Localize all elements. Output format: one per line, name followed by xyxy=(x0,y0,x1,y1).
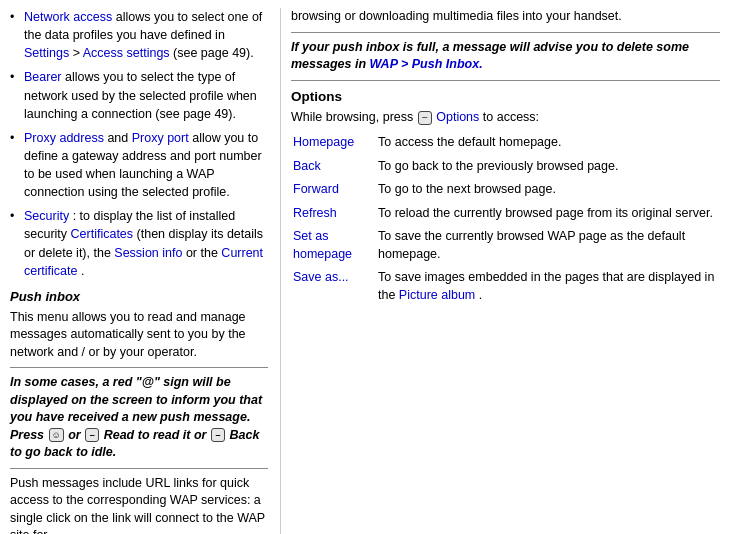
option-row-homepage: Homepage To access the default homepage. xyxy=(291,132,720,156)
option-label-refresh: Refresh xyxy=(291,203,376,227)
session-info-link[interactable]: Session info xyxy=(114,246,182,260)
option-desc-back: To go back to the previously browsed pag… xyxy=(376,156,720,180)
option-row-forward: Forward To go to the next browsed page. xyxy=(291,179,720,203)
push-url-note: Push messages include URL links for quic… xyxy=(10,475,268,534)
option-desc-set-homepage: To save the currently browsed WAP page a… xyxy=(376,226,720,267)
bullet-dot-2: • xyxy=(10,68,22,122)
options-intro: While browsing, press – Options to acces… xyxy=(291,108,720,126)
settings-link[interactable]: Settings xyxy=(24,46,69,60)
option-desc-save-as: To save images embedded in the pages tha… xyxy=(376,267,720,308)
bearer-text: Bearer allows you to select the type of … xyxy=(24,68,268,122)
options-table: Homepage To access the default homepage.… xyxy=(291,132,720,308)
option-label-homepage: Homepage xyxy=(291,132,376,156)
option-desc-homepage: To access the default homepage. xyxy=(376,132,720,156)
key-icon-dash2: – xyxy=(211,428,225,442)
proxy-text: Proxy address and Proxy port allow you t… xyxy=(24,129,268,202)
network-access-text: Network access allows you to select one … xyxy=(24,8,268,62)
bullet-security: • Security : to display the list of inst… xyxy=(10,207,268,280)
network-access-link[interactable]: Network access xyxy=(24,10,112,24)
proxy-address-link[interactable]: Proxy address xyxy=(24,131,104,145)
option-row-save-as: Save as... To save images embedded in th… xyxy=(291,267,720,308)
key-icon-circle: ☺ xyxy=(49,428,64,442)
options-key-icon: – xyxy=(418,111,432,125)
content-area: • Network access allows you to select on… xyxy=(0,0,730,534)
wap-push-inbox-link[interactable]: WAP > Push Inbox. xyxy=(370,57,483,71)
options-link[interactable]: Options xyxy=(436,110,479,124)
option-label-back: Back xyxy=(291,156,376,180)
option-desc-forward: To go to the next browsed page. xyxy=(376,179,720,203)
left-column: • Network access allows you to select on… xyxy=(10,8,280,534)
divider-right xyxy=(291,32,720,33)
options-title: Options xyxy=(291,87,720,107)
access-settings-link[interactable]: Access settings xyxy=(83,46,170,60)
certificates-link[interactable]: Certificates xyxy=(71,227,134,241)
bullet-dot-3: • xyxy=(10,129,22,202)
option-label-set-homepage: Set as homepage xyxy=(291,226,376,267)
option-desc-refresh: To reload the currently browsed page fro… xyxy=(376,203,720,227)
key-icon-dash: – xyxy=(85,428,99,442)
bullet-bearer: • Bearer allows you to select the type o… xyxy=(10,68,268,122)
page-container: • Network access allows you to select on… xyxy=(0,0,730,534)
push-inbox-warning: If your push inbox is full, a message wi… xyxy=(291,39,720,74)
option-label-save-as: Save as... xyxy=(291,267,376,308)
browsing-continuation: browsing or downloading multimedia files… xyxy=(291,8,720,26)
option-row-set-homepage: Set as homepage To save the currently br… xyxy=(291,226,720,267)
security-link[interactable]: Security xyxy=(24,209,69,223)
divider-1 xyxy=(10,367,268,368)
bullet-dot-4: • xyxy=(10,207,22,280)
push-inbox-description: This menu allows you to read and manage … xyxy=(10,309,268,362)
divider-right-2 xyxy=(291,80,720,81)
picture-album-link[interactable]: Picture album xyxy=(399,288,475,302)
push-inbox-title: Push inbox xyxy=(10,288,268,307)
option-label-forward: Forward xyxy=(291,179,376,203)
option-row-back: Back To go back to the previously browse… xyxy=(291,156,720,180)
option-row-refresh: Refresh To reload the currently browsed … xyxy=(291,203,720,227)
bullet-dot: • xyxy=(10,8,22,62)
push-message-note: In some cases, a red "@" sign will be di… xyxy=(10,374,268,462)
bearer-link[interactable]: Bearer xyxy=(24,70,62,84)
bullet-proxy: • Proxy address and Proxy port allow you… xyxy=(10,129,268,202)
bullet-network-access: • Network access allows you to select on… xyxy=(10,8,268,62)
security-text: Security : to display the list of instal… xyxy=(24,207,268,280)
right-column: browsing or downloading multimedia files… xyxy=(280,8,720,534)
divider-2 xyxy=(10,468,268,469)
proxy-port-link[interactable]: Proxy port xyxy=(132,131,189,145)
